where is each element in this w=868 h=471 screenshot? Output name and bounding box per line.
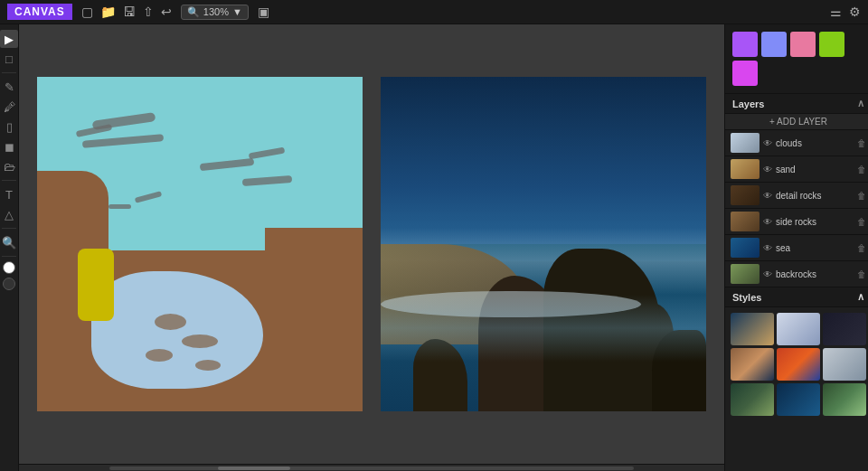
style-thumb-2[interactable] — [777, 313, 820, 345]
layer-eye-side-rocks[interactable]: 👁 — [763, 217, 772, 227]
app-brand: CANVAS — [7, 4, 72, 20]
styles-section: Styles ∧ — [725, 287, 868, 471]
layer-item-side-rocks[interactable]: 👁 side rocks 🗑 — [725, 209, 868, 235]
shapes-tool[interactable]: △ — [0, 205, 18, 223]
layer-item-sea[interactable]: 👁 sea 🗑 — [725, 235, 868, 261]
layer-name-backrocks: backrocks — [776, 269, 854, 279]
style-thumb-4[interactable] — [731, 348, 774, 381]
brown-spot-3 — [146, 349, 173, 362]
zoom-dropdown-icon: ▼ — [232, 6, 242, 17]
cursor-tool[interactable]: ▶ — [0, 30, 18, 48]
eraser-tool[interactable]: ▯ — [0, 118, 18, 136]
style-thumb-5[interactable] — [777, 348, 820, 381]
photo-canvas[interactable] — [381, 77, 706, 411]
layer-delete-side-rocks[interactable]: 🗑 — [857, 217, 866, 227]
styles-collapse-icon[interactable]: ∧ — [857, 291, 864, 303]
style-thumb-9[interactable] — [823, 383, 866, 416]
toolbar-separator-3 — [2, 228, 16, 229]
layer-item-clouds[interactable]: 👁 clouds 🗑 — [725, 130, 868, 156]
layers-section: Layers ∧ + ADD LAYER 👁 clouds 🗑 👁 sand 🗑… — [725, 94, 868, 287]
swatch-fuchsia[interactable] — [732, 61, 758, 86]
layer-name-detail-rocks: detail rocks — [776, 191, 854, 201]
main-layout: ▶ □ ✎ 🖉 ▯ ◼ 🗁 T △ 🔍 — [0, 24, 868, 471]
ground-right — [265, 228, 363, 412]
eyedropper-tool[interactable]: 🗁 — [0, 157, 18, 175]
canvas-wrapper — [19, 24, 724, 471]
style-thumb-3[interactable] — [823, 313, 866, 345]
add-layer-button[interactable]: + ADD LAYER — [725, 114, 868, 130]
layer-item-sand[interactable]: 👁 sand 🗑 — [725, 156, 868, 183]
swatch-purple[interactable] — [732, 32, 758, 57]
preview-icon[interactable]: ▣ — [258, 5, 269, 19]
layer-delete-detail-rocks[interactable]: 🗑 — [857, 191, 866, 201]
layer-thumb-side-rocks — [731, 212, 760, 231]
scrollbar-track[interactable] — [109, 466, 634, 470]
water-glow — [381, 295, 706, 362]
zoom-control[interactable]: 🔍 130% ▼ — [181, 5, 249, 20]
yellow-element — [78, 249, 114, 321]
undo-icon[interactable]: ↩ — [161, 5, 172, 19]
layer-delete-sea[interactable]: 🗑 — [857, 243, 866, 253]
brush-tool[interactable]: 🖉 — [0, 98, 18, 116]
fill-tool[interactable]: ◼ — [0, 137, 18, 155]
zoom-tool[interactable]: 🔍 — [0, 233, 18, 251]
layer-thumb-sea — [731, 238, 760, 258]
layer-thumb-detail-rocks — [731, 185, 760, 205]
panel-icon[interactable]: ⚌ — [830, 5, 842, 19]
photo-canvas-panel — [381, 77, 706, 411]
settings-icon[interactable]: ⚙ — [849, 5, 861, 19]
brown-spot-4 — [195, 360, 221, 371]
cloud-stroke-8 — [108, 204, 131, 209]
text-tool[interactable]: T — [0, 185, 18, 203]
layers-collapse-icon[interactable]: ∧ — [857, 98, 864, 109]
styles-grid — [725, 307, 868, 421]
toolbar-separator-2 — [2, 180, 16, 181]
layer-name-clouds: clouds — [776, 138, 854, 148]
new-file-icon[interactable]: ▢ — [81, 5, 93, 19]
selection-tool[interactable]: □ — [0, 50, 18, 68]
layer-eye-backrocks[interactable]: 👁 — [763, 269, 772, 279]
layer-eye-clouds[interactable]: 👁 — [763, 138, 772, 148]
layers-header: Layers ∧ — [725, 94, 868, 114]
scrollbar-thumb[interactable] — [218, 466, 290, 470]
layer-delete-clouds[interactable]: 🗑 — [857, 138, 866, 148]
swatch-pink[interactable] — [790, 32, 816, 57]
layer-eye-detail-rocks[interactable]: 👁 — [763, 191, 772, 201]
save-icon[interactable]: 🖫 — [123, 5, 136, 19]
layer-item-backrocks[interactable]: 👁 backrocks 🗑 — [725, 261, 868, 287]
toolbar-separator-4 — [2, 256, 16, 257]
pen-tool[interactable]: ✎ — [0, 78, 18, 96]
layer-eye-sea[interactable]: 👁 — [763, 243, 772, 253]
layer-item-detail-rocks[interactable]: 👁 detail rocks 🗑 — [725, 183, 868, 209]
export-icon[interactable]: ⇧ — [143, 5, 154, 19]
toolbar-separator-1 — [2, 72, 16, 73]
brown-spot-2 — [182, 334, 218, 348]
drawing-canvas[interactable] — [37, 77, 363, 411]
color-swatch-dot[interactable] — [3, 261, 15, 274]
open-folder-icon[interactable]: 📁 — [100, 5, 116, 19]
layer-eye-sand[interactable]: 👁 — [763, 165, 772, 174]
topbar-file-icons: ▢ 📁 🖫 ⇧ ↩ — [81, 5, 172, 19]
layer-name-side-rocks: side rocks — [776, 217, 854, 227]
topbar-right-icons: ⚌ ⚙ — [830, 5, 861, 19]
secondary-color-dot[interactable] — [3, 278, 15, 290]
style-thumb-6[interactable] — [823, 348, 866, 381]
layer-thumb-backrocks — [731, 264, 760, 284]
canvas-area[interactable] — [19, 24, 724, 464]
color-swatches — [725, 24, 868, 94]
right-panel: Layers ∧ + ADD LAYER 👁 clouds 🗑 👁 sand 🗑… — [724, 24, 868, 471]
style-thumb-7[interactable] — [731, 383, 774, 416]
style-thumb-1[interactable] — [731, 313, 774, 345]
layer-delete-sand[interactable]: 🗑 — [857, 165, 866, 174]
layer-thumb-clouds — [731, 133, 760, 153]
zoom-value: 130% — [203, 6, 229, 17]
canvas-scrollbar[interactable] — [19, 464, 724, 471]
layer-name-sand: sand — [776, 165, 854, 174]
swatch-green[interactable] — [819, 32, 844, 57]
swatch-indigo[interactable] — [761, 32, 787, 57]
layer-name-sea: sea — [776, 243, 854, 253]
styles-header: Styles ∧ — [725, 287, 868, 307]
styles-title: Styles — [732, 292, 761, 303]
style-thumb-8[interactable] — [777, 383, 820, 416]
layer-delete-backrocks[interactable]: 🗑 — [857, 269, 866, 279]
